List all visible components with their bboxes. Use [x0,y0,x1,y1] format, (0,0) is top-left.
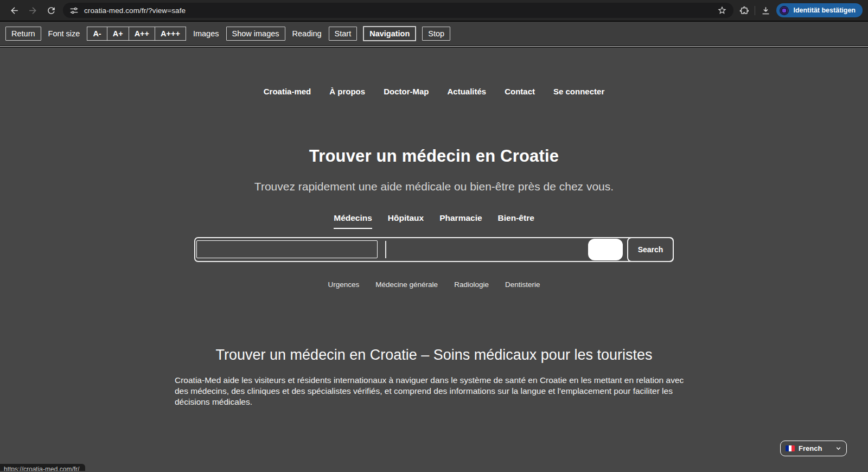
start-button[interactable]: Start [329,27,358,41]
bookmark-star-icon[interactable] [717,5,727,15]
tab-pharmacie[interactable]: Pharmacie [439,213,482,229]
navigation-button[interactable]: Navigation [363,26,416,41]
status-bar: https://croatia-med.com/fr/ [0,464,85,471]
chevron-down-icon [835,445,841,451]
quick-link-radiologie[interactable]: Radiologie [454,280,489,289]
accessibility-toolbar: Return Font size A- A+ A++ A+++ Images S… [0,21,868,46]
language-select[interactable]: French [780,441,847,456]
language-select-value: French [799,444,832,452]
return-button[interactable]: Return [5,27,41,41]
font-increase-button[interactable]: A+ [107,27,129,40]
identity-button[interactable]: Identität bestätigen [776,3,863,17]
url-text[interactable]: croatia-med.com/fr/?view=safe [84,7,712,15]
nav-item-about[interactable]: À propos [329,87,365,96]
nav-item-doctor-map[interactable]: Doctor-Map [384,87,429,96]
tab-hopitaux[interactable]: Hôpitaux [388,213,424,229]
french-flag-icon [786,445,795,451]
reading-label: Reading [291,29,323,38]
site-info-tune-icon[interactable] [69,6,79,15]
images-label: Images [192,29,220,38]
back-icon[interactable] [5,2,23,19]
reload-icon[interactable] [42,2,60,19]
page-title: Trouver un médecin en Croatie [0,146,868,166]
toolbar-divider [755,6,755,15]
page-content: Croatia-med À propos Doctor-Map Actualit… [0,48,868,471]
browser-toolbar: croatia-med.com/fr/?view=safe Identität … [0,0,868,21]
search-bar: Search [194,237,674,262]
quick-link-medecine-generale[interactable]: Médecine générale [375,280,438,289]
identity-profile-icon [780,6,789,15]
category-tabs: Médecins Hôpitaux Pharmacie Bien-être [0,213,868,229]
quick-link-urgences[interactable]: Urgences [328,280,360,289]
font-size-label: Font size [47,29,81,38]
identity-button-label: Identität bestätigen [793,7,856,14]
info-section-heading: Trouver un médecin en Croatie – Soins mé… [0,347,868,363]
font-size-button-group: A- A+ A++ A+++ [87,27,186,41]
locate-button[interactable] [588,239,623,260]
search-input[interactable] [196,240,378,258]
font-decrease-button[interactable]: A- [87,27,107,40]
status-bar-url: https://croatia-med.com/fr/ [4,465,79,471]
tab-bien-etre[interactable]: Bien-être [498,213,534,229]
font-increase-2-button[interactable]: A++ [129,27,155,40]
extensions-icon[interactable] [739,5,749,16]
download-icon[interactable] [761,5,771,16]
forward-icon[interactable] [24,2,41,19]
nav-item-news[interactable]: Actualités [447,87,486,96]
quick-link-dentisterie[interactable]: Dentisterie [505,280,540,289]
tab-medecins[interactable]: Médecins [334,213,372,229]
page-subtitle: Trouvez rapidement une aide médicale ou … [0,180,868,193]
info-section-body: Croatia-Med aide les visiteurs et réside… [175,375,693,407]
search-button[interactable]: Search [627,237,674,262]
address-bar[interactable]: croatia-med.com/fr/?view=safe [63,3,733,18]
quick-links: Urgences Médecine générale Radiologie De… [0,280,868,289]
stop-button[interactable]: Stop [422,27,450,41]
nav-item-contact[interactable]: Contact [505,87,535,96]
nav-item-login[interactable]: Se connecter [553,87,604,96]
site-navigation: Croatia-med À propos Doctor-Map Actualit… [0,48,868,96]
location-input[interactable] [390,240,584,259]
search-field-divider [385,241,386,258]
font-increase-3-button[interactable]: A+++ [155,27,186,40]
show-images-button[interactable]: Show images [226,27,285,41]
nav-item-home[interactable]: Croatia-med [264,87,311,96]
